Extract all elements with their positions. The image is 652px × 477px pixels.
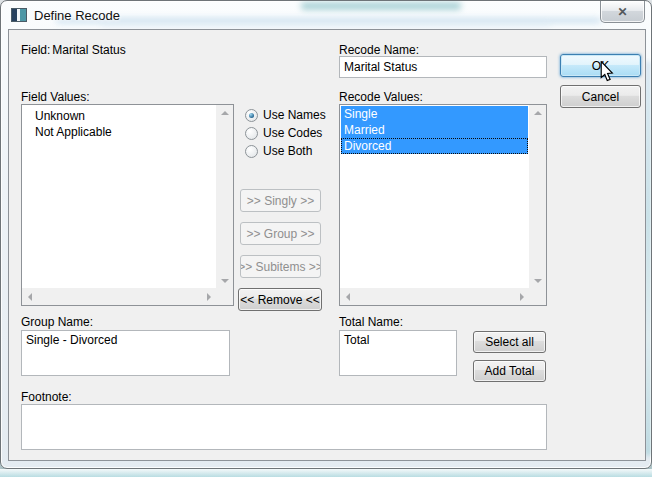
window-title: Define Recode bbox=[34, 8, 120, 23]
recode-values-label: Recode Values: bbox=[339, 90, 423, 104]
vertical-scrollbar[interactable] bbox=[529, 105, 546, 289]
scroll-up-icon[interactable] bbox=[534, 111, 542, 115]
scroll-down-icon[interactable] bbox=[534, 279, 542, 283]
list-item[interactable]: Unknown bbox=[23, 108, 215, 124]
ok-button[interactable]: OK bbox=[560, 54, 641, 77]
aero-glass-reflection bbox=[101, 23, 551, 27]
scrollbar-corner bbox=[530, 289, 546, 305]
radio-use-codes[interactable]: Use Codes bbox=[245, 126, 322, 140]
aero-glass-reflection bbox=[56, 18, 601, 23]
radio-unselected-icon bbox=[245, 145, 258, 158]
group-name-label: Group Name: bbox=[21, 315, 93, 329]
field-label: Field:Marital Status bbox=[21, 43, 126, 57]
scroll-right-icon[interactable] bbox=[207, 293, 211, 301]
recode-values-listbox[interactable]: Single Married Divorced bbox=[339, 104, 547, 306]
footnote-label: Footnote: bbox=[21, 390, 72, 404]
recode-values-list: Single Married Divorced bbox=[341, 106, 545, 287]
add-total-button[interactable]: Add Total bbox=[473, 360, 546, 382]
close-button[interactable]: ✕ bbox=[600, 1, 645, 23]
total-name-input[interactable]: Total bbox=[339, 330, 457, 376]
radio-label: Use Codes bbox=[263, 126, 322, 140]
scroll-up-icon[interactable] bbox=[221, 111, 229, 115]
background-window-strip bbox=[0, 469, 652, 477]
list-item[interactable]: Not Applicable bbox=[23, 124, 215, 140]
app-icon bbox=[11, 8, 27, 22]
horizontal-scrollbar[interactable] bbox=[340, 288, 530, 305]
close-icon: ✕ bbox=[617, 6, 627, 18]
footnote-input[interactable] bbox=[21, 404, 547, 450]
group-button[interactable]: >> Group >> bbox=[240, 222, 321, 245]
radio-label: Use Both bbox=[263, 144, 312, 158]
group-name-input[interactable]: Single - Divorced bbox=[21, 330, 230, 376]
field-values-listbox[interactable]: Unknown Not Applicable bbox=[21, 104, 234, 306]
subitems-button[interactable]: >> Subitems >> bbox=[240, 255, 321, 278]
scroll-left-icon[interactable] bbox=[346, 293, 350, 301]
recode-name-label: Recode Name: bbox=[339, 43, 419, 57]
list-item-selected-focused[interactable]: Divorced bbox=[341, 138, 528, 154]
radio-unselected-icon bbox=[245, 127, 258, 140]
field-value: Marital Status bbox=[52, 43, 125, 57]
scroll-right-icon[interactable] bbox=[520, 293, 524, 301]
total-name-label: Total Name: bbox=[339, 315, 403, 329]
field-values-label: Field Values: bbox=[21, 90, 89, 104]
scroll-left-icon[interactable] bbox=[28, 293, 32, 301]
field-values-list: Unknown Not Applicable bbox=[23, 108, 215, 287]
list-item-selected[interactable]: Single bbox=[341, 106, 528, 122]
singly-button[interactable]: >> Singly >> bbox=[240, 189, 321, 212]
remove-button[interactable]: << Remove << bbox=[238, 288, 322, 311]
scrollbar-corner bbox=[217, 289, 233, 305]
vertical-scrollbar[interactable] bbox=[216, 105, 233, 289]
horizontal-scrollbar[interactable] bbox=[22, 288, 217, 305]
radio-use-both[interactable]: Use Both bbox=[245, 144, 312, 158]
select-all-button[interactable]: Select all bbox=[473, 331, 546, 353]
radio-use-names[interactable]: Use Names bbox=[245, 108, 326, 122]
recode-name-input[interactable] bbox=[339, 56, 547, 78]
define-recode-dialog: Define Recode ✕ Field:Marital Status Rec… bbox=[0, 0, 652, 469]
cancel-button[interactable]: Cancel bbox=[560, 85, 641, 108]
title-bar: Define Recode ✕ bbox=[1, 1, 651, 29]
aero-glass-reflection bbox=[301, 2, 461, 10]
radio-selected-icon bbox=[245, 109, 258, 122]
scroll-down-icon[interactable] bbox=[221, 279, 229, 283]
radio-label: Use Names bbox=[263, 108, 326, 122]
list-item-selected[interactable]: Married bbox=[341, 122, 528, 138]
